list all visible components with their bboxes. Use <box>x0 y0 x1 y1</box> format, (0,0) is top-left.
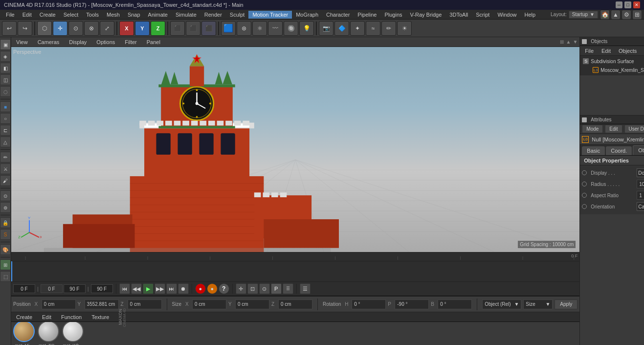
tc-scale-btn[interactable]: ⊡ <box>247 283 258 294</box>
render-frames[interactable]: ⬛ <box>186 21 200 36</box>
tc-dots-btn[interactable]: ⠿ <box>283 283 293 294</box>
size-z-input[interactable] <box>278 299 312 309</box>
transform-tool[interactable]: ⤢ <box>100 21 114 36</box>
menu-help[interactable]: Help <box>521 11 540 19</box>
render-region[interactable]: ⬛ <box>170 21 185 36</box>
select-tool[interactable]: ⬡ <box>37 21 52 36</box>
om-tags[interactable]: Tags <box>642 47 644 55</box>
lt-mesh-mode[interactable]: ◈ <box>0 51 11 62</box>
lt-point-mode[interactable]: ◌ <box>0 86 11 97</box>
lt-polygon-mode[interactable]: ◧ <box>0 63 11 73</box>
om-objects[interactable]: Objects <box>616 47 640 55</box>
tc-rotate-btn[interactable]: ⊙ <box>259 283 270 294</box>
obj-row-subdivision[interactable]: S Subdivision Surface ● ● <box>581 57 644 66</box>
lt-cone[interactable]: △ <box>0 137 11 147</box>
menu-plugins[interactable]: Plugins <box>380 11 406 19</box>
mm-create[interactable]: Create <box>13 313 35 321</box>
mat-item-0[interactable]: mat_Mi... <box>13 322 35 345</box>
layout-dropdown[interactable]: Startup ▼ <box>569 11 598 19</box>
prev-frame-btn[interactable]: ◀◀ <box>131 283 142 294</box>
mm-texture[interactable]: Texture <box>89 313 112 321</box>
menu-3dtoall[interactable]: 3DToAll <box>445 11 472 19</box>
tc-anim-btn[interactable]: ☰ <box>300 283 311 294</box>
frame-render-end[interactable] <box>91 284 113 293</box>
vh-cameras[interactable]: Cameras <box>35 38 63 46</box>
apply-button[interactable]: Apply <box>555 299 577 309</box>
menu-simulate[interactable]: Simulate <box>172 11 200 19</box>
menu-motion-tracker[interactable]: Motion Tracker <box>248 11 292 19</box>
lights-btn[interactable]: 💡 <box>299 21 314 36</box>
nurbs-btn[interactable]: ⊛ <box>237 21 251 36</box>
menu-snap[interactable]: Snap <box>124 11 144 19</box>
key-question-btn[interactable]: ? <box>219 283 229 294</box>
lt-render-region-sm[interactable]: ⬚ <box>0 271 11 282</box>
mm-function[interactable]: Function <box>58 313 85 321</box>
menu-vray[interactable]: V-Ray Bridge <box>406 11 446 19</box>
undo-button[interactable]: ↩ <box>2 21 17 36</box>
frame-current[interactable] <box>13 284 35 293</box>
vh-filter[interactable]: Filter <box>122 38 139 46</box>
lt-cube[interactable]: ■ <box>0 101 11 112</box>
vp-icon-2[interactable]: ▲ <box>566 39 571 45</box>
obj-row-tower[interactable]: L 0 Moscow_Kremlin_Spassaya_Tower ● ● <box>581 66 644 74</box>
redo-button[interactable]: ↪ <box>18 21 32 36</box>
lt-brush[interactable]: 🖌 <box>0 175 11 186</box>
attr-tab-basic[interactable]: Basic <box>582 146 605 155</box>
vp-icon-3[interactable]: ▼ <box>573 39 577 45</box>
timeline-track[interactable] <box>11 261 579 281</box>
render-all[interactable]: ⬛ <box>201 21 216 36</box>
lt-smooth[interactable]: ⊚ <box>0 202 11 213</box>
sketch-btn[interactable]: ✏ <box>381 21 396 36</box>
vh-display[interactable]: Display <box>66 38 89 46</box>
play-btn[interactable]: ▶ <box>143 283 154 294</box>
size-y-input[interactable] <box>235 299 269 309</box>
spline-btn[interactable]: 🔘 <box>284 21 298 36</box>
playhead[interactable] <box>11 261 12 281</box>
lt-snap[interactable]: ⊞ <box>0 259 11 270</box>
axis-z-btn[interactable]: Z <box>151 21 165 36</box>
menu-mesh[interactable]: Mesh <box>103 11 124 19</box>
go-end-btn[interactable]: ⏭ <box>166 283 177 294</box>
key-orange-btn[interactable]: ● <box>207 283 218 294</box>
coord-mode-dropdown[interactable]: Object (Rel) ▼ <box>482 299 521 309</box>
layout-expand-btn[interactable]: ⊞ <box>632 10 642 20</box>
close-button[interactable]: ✕ <box>633 1 640 8</box>
menu-animate[interactable]: Animate <box>144 11 172 19</box>
rot-p-input[interactable] <box>395 299 429 309</box>
next-frame-btn[interactable]: ▶▶ <box>155 283 165 294</box>
menu-tools[interactable]: Tools <box>82 11 103 19</box>
layout-settings-btn[interactable]: ⚙ <box>622 10 631 20</box>
layout-up-btn[interactable]: ▲ <box>611 10 621 20</box>
deform-btn[interactable]: 〰 <box>268 21 283 36</box>
om-edit[interactable]: Edit <box>599 47 614 55</box>
menu-edit[interactable]: Edit <box>19 11 36 19</box>
attr-tab-coord[interactable]: Coord. <box>606 146 632 155</box>
lt-sphere[interactable]: ○ <box>0 113 11 124</box>
menu-pipeline[interactable]: Pipeline <box>354 11 380 19</box>
camera-btn[interactable]: 📷 <box>319 21 333 36</box>
menu-mograph[interactable]: MoGraph <box>292 11 322 19</box>
menu-select[interactable]: Select <box>60 11 83 19</box>
attr-aspect-input[interactable] <box>637 191 644 200</box>
vh-options[interactable]: Options <box>93 38 118 46</box>
menu-render[interactable]: Render <box>200 11 226 19</box>
pos-z-input[interactable] <box>128 299 162 309</box>
object-btn[interactable]: 🔷 <box>334 21 349 36</box>
scale-tool[interactable]: ⊗ <box>84 21 99 36</box>
layout-home-btn[interactable]: 🏠 <box>600 10 610 20</box>
maximize-button[interactable]: □ <box>624 1 631 8</box>
key-red-btn[interactable]: ● <box>195 283 206 294</box>
hair-btn[interactable]: ≈ <box>366 21 380 36</box>
mat-item-1[interactable]: mat_TO... <box>38 322 59 345</box>
attr-orientation-select[interactable]: Camera ▼ <box>637 202 644 211</box>
rot-h-input[interactable] <box>352 299 386 309</box>
lt-cylinder[interactable]: ⊏ <box>0 125 11 136</box>
lt-paint[interactable]: 🎨 <box>0 244 11 255</box>
minimize-button[interactable]: ─ <box>616 1 622 8</box>
attr-radius-input[interactable] <box>637 180 644 188</box>
cube-btn[interactable]: 🟦 <box>221 21 236 36</box>
pos-x-input[interactable] <box>42 299 76 309</box>
menu-file[interactable]: File <box>2 11 19 19</box>
menu-create[interactable]: Create <box>36 11 60 19</box>
viewport[interactable]: Y X Z Perspective Grid Spacing : 10000 c… <box>11 47 579 252</box>
